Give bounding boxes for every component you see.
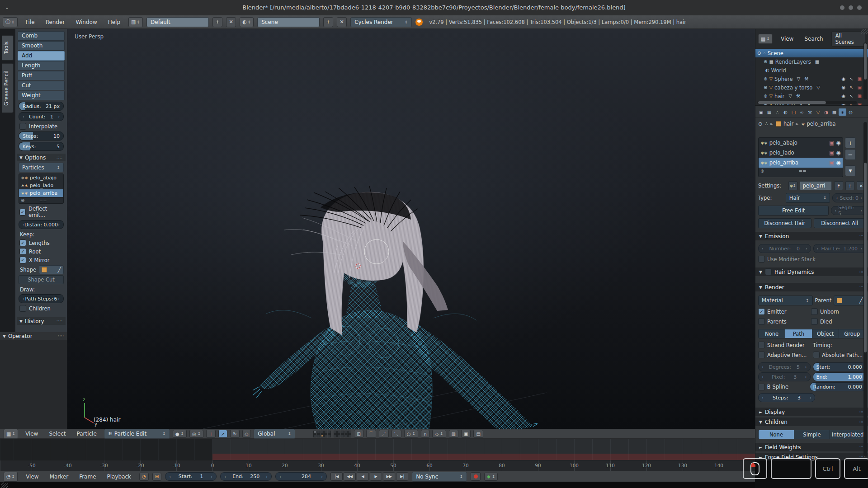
use-preview-range-button[interactable]: ◔ <box>139 473 149 481</box>
camera-icon[interactable]: ▣ <box>858 102 862 105</box>
editor-type-timeline-button[interactable]: ◔↕ <box>4 472 18 482</box>
keying-set-button[interactable]: ◆↕ <box>484 473 498 481</box>
expander-icon[interactable]: ⊕ <box>764 76 767 81</box>
occlude-geometry-button[interactable]: ▥ <box>449 430 458 438</box>
keep-root-checkbox[interactable]: ✓Root <box>19 248 63 255</box>
random-slider[interactable]: Random:0.000 <box>810 382 866 391</box>
layer-toggle[interactable] <box>313 434 316 437</box>
cursor-icon[interactable]: ↖ <box>849 76 853 81</box>
checkbox-icon[interactable]: ✓ <box>758 308 765 315</box>
camera-icon[interactable]: ▣ <box>858 76 862 81</box>
viewport-shading-select[interactable]: ●↕ <box>173 430 187 438</box>
parent-object-field[interactable]: ╱ <box>834 296 866 305</box>
keep-x-mirror-checkbox[interactable]: ✓X Mirror <box>19 257 63 263</box>
died-checkbox[interactable]: ✓Died <box>811 318 862 325</box>
outliner-horizontal-scrollbar[interactable] <box>757 101 857 104</box>
new-settings-button[interactable]: + <box>845 181 854 190</box>
drag-handle-icon[interactable]: == <box>39 198 47 203</box>
tab-render[interactable]: ▣ <box>757 108 765 116</box>
render-mode-object[interactable]: Object <box>812 329 839 338</box>
jump-to-start-button[interactable]: |◀ <box>330 472 343 481</box>
add-layout-button[interactable]: + <box>212 17 222 27</box>
stepper-right-icon[interactable]: › <box>58 222 60 227</box>
opengl-render-button[interactable]: ▣ <box>461 430 471 438</box>
lock-time-cursor-button[interactable]: ⊞ <box>152 473 161 481</box>
disconnect-all-button[interactable]: Disconnect All <box>814 218 866 228</box>
manipulator-translate-button[interactable]: ↗ <box>218 430 227 438</box>
layer-toggle[interactable] <box>348 434 351 437</box>
outliner-item-sphere[interactable]: ⊕▽Sphere▽⚒◉↖▣ <box>755 75 868 83</box>
checkbox-icon[interactable]: ✓ <box>811 318 818 325</box>
adaptive-checkbox-icon[interactable]: ✓ <box>758 352 765 358</box>
parents-checkbox[interactable]: ✓Parents <box>758 318 809 325</box>
timeline-menu-playback[interactable]: Playback <box>103 472 136 481</box>
tab-material[interactable]: ◑ <box>822 108 830 116</box>
layer-toggle[interactable] <box>313 431 316 434</box>
tab-render-layers[interactable]: ▦ <box>765 108 773 116</box>
stepper-left-icon[interactable]: ‹ <box>23 114 24 119</box>
count-stepper[interactable]: ‹ Count:1 › <box>19 112 64 121</box>
render-steps-stepper[interactable]: ‹Steps:3› <box>758 393 815 402</box>
expander-icon[interactable]: ⊖ <box>757 51 761 56</box>
end-slider[interactable]: End:1.000 <box>813 372 866 381</box>
brush-length[interactable]: Length <box>18 61 65 70</box>
layer-toggle[interactable] <box>324 434 327 437</box>
panel-dots-icon[interactable]: ∷∷ <box>58 334 64 338</box>
breadcrumb-data[interactable]: pelo_arriba <box>807 121 835 127</box>
timeline-ruler[interactable]: -50-40-30-20-100102030405060708090100110… <box>0 460 755 471</box>
hair-length-stepper[interactable]: ‹Hair Le:1.200› <box>813 244 866 253</box>
timeline-menu-view[interactable]: View <box>21 472 43 481</box>
tab-object[interactable]: □ <box>790 108 797 116</box>
brush-weight[interactable]: Weight <box>18 91 65 100</box>
snap-element-select[interactable]: ◇↕ <box>432 430 446 438</box>
checkbox-icon[interactable]: ✓ <box>19 248 26 255</box>
area-corner-widget[interactable] <box>861 29 868 34</box>
layer-toggle[interactable] <box>321 431 324 434</box>
tab-constraints[interactable]: ∞ <box>798 108 806 116</box>
manipulator-axis-button[interactable]: + <box>206 430 215 438</box>
play-reverse-button[interactable]: ◀ <box>357 472 369 481</box>
outliner-menu-view[interactable]: View <box>776 34 798 43</box>
brush-add[interactable]: Add <box>18 51 65 61</box>
free-edit-button[interactable]: Free Edit <box>758 206 829 216</box>
pin-icon[interactable]: ⊙ <box>758 121 763 127</box>
children-mode-none[interactable]: None <box>759 430 794 439</box>
drag-handle-icon[interactable]: == <box>799 169 807 174</box>
cursor-icon[interactable]: ↖ <box>849 85 853 90</box>
disconnect-hair-button[interactable]: Disconnect Hair <box>758 218 811 228</box>
distance-stepper[interactable]: ‹ Distan: 0.000 › <box>19 220 64 229</box>
sync-mode-select[interactable]: No Sync↕ <box>412 472 467 482</box>
steps-slider[interactable]: Steps:10 <box>19 131 64 141</box>
checkbox-icon[interactable]: ✓ <box>758 342 765 348</box>
start-slider[interactable]: Start:0.000 <box>813 362 866 371</box>
brush-cut[interactable]: Cut <box>18 81 65 90</box>
tab-grease-pencil[interactable]: Grease Pencil <box>2 63 14 113</box>
layer-grid-2[interactable] <box>334 431 351 437</box>
pivot-center-select[interactable]: ◎↕ <box>189 430 203 438</box>
seed-stepper[interactable]: ‹Seed: 0› <box>832 193 866 202</box>
viewport-menu-select[interactable]: Select <box>44 429 70 438</box>
stepper-right-icon[interactable]: › <box>58 114 60 119</box>
stepper-left-icon[interactable]: ‹ <box>169 474 171 479</box>
tab-scene[interactable]: ∴ <box>774 108 781 116</box>
close-layout-button[interactable]: ✕ <box>226 17 236 27</box>
orientation-select[interactable]: Global↕ <box>254 429 295 439</box>
brush-comb[interactable]: Comb <box>18 31 65 41</box>
outliner-item-hair[interactable]: ⊕▽hair▽⚒◉↖▣ <box>755 92 868 100</box>
tab-texture[interactable]: ▩ <box>830 108 838 116</box>
remove-particle-system-button[interactable]: − <box>845 149 856 160</box>
viewport-menu-view[interactable]: View <box>21 429 42 438</box>
brush-smooth[interactable]: Smooth <box>18 41 65 51</box>
layer-toggle[interactable] <box>328 434 331 437</box>
add-icon[interactable]: ⊕ <box>21 198 24 203</box>
previous-keyframe-button[interactable]: ◀◀ <box>344 472 356 481</box>
checkbox-icon[interactable]: ✓ <box>19 239 26 246</box>
render-mode-group[interactable]: Group <box>839 329 865 338</box>
hair-dynamics-panel-header[interactable]: ▼ ✓ Hair Dynamics ∷∷ <box>755 267 868 276</box>
stepper-left-icon[interactable]: ‹ <box>23 296 24 301</box>
auto-keyframe-button[interactable] <box>471 472 481 481</box>
stepper-left-icon[interactable]: ‹ <box>224 474 226 479</box>
eye-icon[interactable]: ◉ <box>836 150 841 156</box>
add-particle-system-button[interactable]: + <box>845 137 856 148</box>
modifier-stack-checkbox[interactable]: ✓ Use Modifier Stack <box>758 256 866 263</box>
